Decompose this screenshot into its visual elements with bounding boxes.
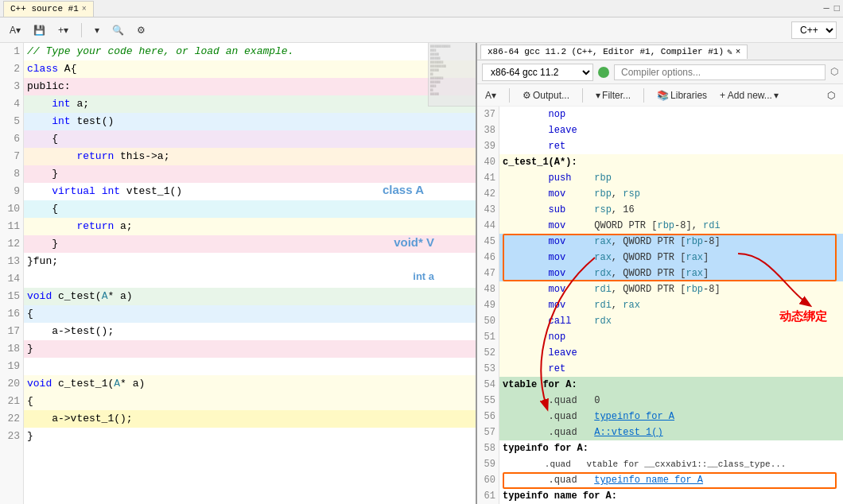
asm-line-57: .quad A::vtest_1() — [499, 425, 843, 440]
compiler-select[interactable]: x86-64 gcc 11.2 — [482, 64, 593, 81]
compiler-status-dot — [598, 67, 609, 78]
asm-code-area: 37 38 39 40 41 42 43 44 45 46 47 48 49 5… — [477, 107, 843, 504]
main-layout: 1 2 3 4 5 6 7 8 9 10 11 12 13 14 15 16 1… — [0, 43, 843, 504]
code-line-13: }fun; — [24, 253, 476, 270]
code-line-5: int test() — [24, 113, 476, 130]
asm-line-49: mov rdi, rax — [499, 297, 843, 313]
code-line-23: } — [24, 428, 476, 445]
asm-code-content[interactable]: nop leave ret c_test_1(A*): — [499, 107, 843, 504]
asm-line-52: leave — [499, 345, 843, 361]
save-btn[interactable]: 💾 — [30, 23, 49, 37]
asm-line-45: mov rax, QWORD PTR [rbp-8] — [499, 234, 843, 250]
asm-output-toolbar: A▾ ⚙ Output... ▾ Filter... 📚 Libraries +… — [477, 84, 843, 107]
asm-line-37: nop — [499, 107, 843, 122]
expand-panel-btn[interactable]: ⬡ — [824, 88, 838, 103]
code-line-10: { — [24, 200, 476, 218]
asm-line-38: leave — [499, 122, 843, 138]
add-new-arrow: ▾ — [774, 90, 779, 101]
asm-line-60: .quad typeinfo name for A — [499, 472, 843, 488]
asm-line-48: mov rdi, QWORD PTR [rbp-8] — [499, 281, 843, 297]
asm-cursor-btn[interactable]: A▾ — [482, 88, 499, 103]
filter-label: Filter... — [602, 90, 631, 101]
asm-line-54: vtable for A: — [499, 377, 843, 393]
add-new-btn[interactable]: + Add new... ▾ — [717, 88, 782, 103]
code-line-2: class A{ — [24, 60, 476, 78]
code-line-21: { — [24, 393, 476, 410]
compiler-options-input[interactable] — [614, 64, 826, 80]
minimap: ▓▓▓▓▓▓▓▓▓▓▓▓▓▓▓▓▓▓▓▓▓▓▓▓▓▓▓▓▓▓▓▓▓▓▓▓▓▓▓▓… — [428, 43, 476, 107]
code-line-14 — [24, 270, 476, 288]
code-line-3: public: — [24, 78, 476, 95]
code-line-18: } — [24, 340, 476, 358]
asm-line-56: .quad typeinfo for A — [499, 409, 843, 425]
code-line-19 — [24, 358, 476, 375]
asm-line-53: ret — [499, 361, 843, 377]
asm-tab-title: x86-64 gcc 11.2 (C++, Editor #1, Compile… — [488, 47, 724, 56]
more-btn[interactable]: ▾ — [91, 23, 103, 37]
editor-tab[interactable]: C++ source #1 × — [3, 1, 94, 17]
asm-line-numbers: 37 38 39 40 41 42 43 44 45 46 47 48 49 5… — [477, 107, 499, 504]
output-label: Output... — [533, 90, 569, 101]
asm-line-51: nop — [499, 329, 843, 345]
code-line-6: { — [24, 130, 476, 148]
asm-line-40: c_test_1(A*): — [499, 154, 843, 170]
code-line-15: void c_test(A* a) — [24, 288, 476, 305]
filter-icon: ▾ — [596, 90, 600, 101]
window-controls: ─ □ — [824, 3, 840, 14]
asm-line-44: mov QWORD PTR [rbp-8], rdi — [499, 218, 843, 234]
add-btn[interactable]: +▾ — [55, 23, 72, 37]
search-btn[interactable]: 🔍 — [109, 23, 127, 37]
asm-tab[interactable]: x86-64 gcc 11.2 (C++, Editor #1, Compile… — [480, 45, 748, 59]
toolbar-sep1 — [81, 23, 82, 37]
asm-tab-close[interactable]: × — [736, 47, 741, 56]
tab-close-btn[interactable]: × — [82, 5, 87, 14]
code-line-16: { — [24, 305, 476, 323]
sep2 — [509, 88, 510, 103]
asm-line-43: sub rsp, 16 — [499, 202, 843, 218]
main-toolbar: A▾ 💾 +▾ ▾ 🔍 ⚙ C++ — [0, 17, 843, 43]
editor-panel: 1 2 3 4 5 6 7 8 9 10 11 12 13 14 15 16 1… — [0, 43, 477, 504]
tab-title: C++ source #1 — [10, 4, 79, 14]
asm-line-61: typeinfo name for A: — [499, 488, 843, 504]
maximize-icon[interactable]: □ — [834, 3, 840, 14]
tab-bar: C++ source #1 × ─ □ — [0, 0, 843, 17]
line-numbers: 1 2 3 4 5 6 7 8 9 10 11 12 13 14 15 16 1… — [0, 43, 24, 504]
add-new-label: + Add new... — [720, 90, 772, 101]
book-icon: 📚 — [657, 90, 669, 101]
sep4 — [643, 88, 644, 103]
asm-line-47: mov rdx, QWORD PTR [rax] — [499, 266, 843, 281]
asm-edit-icon[interactable]: ✎ — [727, 47, 732, 57]
code-line-8: } — [24, 165, 476, 183]
language-select[interactable]: C++ — [791, 21, 837, 39]
libraries-btn[interactable]: 📚 Libraries — [654, 88, 710, 103]
asm-tab-bar: x86-64 gcc 11.2 (C++, Editor #1, Compile… — [477, 43, 843, 60]
asm-line-58: typeinfo for A: — [499, 440, 843, 456]
code-line-1: // Type your code here, or load an examp… — [24, 43, 476, 60]
compiler-toolbar: x86-64 gcc 11.2 ⬡ — [477, 60, 843, 84]
gear-icon: ⚙ — [523, 90, 531, 101]
output-btn[interactable]: ⚙ Output... — [519, 88, 573, 103]
expand-icon[interactable]: ⬡ — [830, 66, 838, 78]
sep3 — [582, 88, 583, 103]
settings-btn[interactable]: ⚙ — [134, 23, 149, 37]
code-line-4: int a; — [24, 95, 476, 113]
asm-line-46: mov rax, QWORD PTR [rax] — [499, 250, 843, 266]
libraries-label: Libraries — [670, 90, 707, 101]
asm-line-39: ret — [499, 138, 843, 154]
asm-line-59: .quad vtable for __cxxabiv1::__class_typ… — [499, 456, 843, 472]
asm-line-50: call rdx — [499, 313, 843, 329]
assembly-panel: x86-64 gcc 11.2 (C++, Editor #1, Compile… — [477, 43, 843, 504]
minimize-icon[interactable]: ─ — [824, 3, 829, 14]
code-line-22: a->vtest_1(); — [24, 410, 476, 428]
code-line-12: } — [24, 235, 476, 253]
cursor-btn[interactable]: A▾ — [6, 23, 24, 37]
asm-line-41: push rbp — [499, 170, 843, 186]
code-line-9: virtual int vtest_1() — [24, 183, 476, 200]
code-area: 1 2 3 4 5 6 7 8 9 10 11 12 13 14 15 16 1… — [0, 43, 476, 504]
code-line-17: a->test(); — [24, 323, 476, 340]
asm-line-55: .quad 0 — [499, 393, 843, 409]
code-line-20: void c_test_1(A* a) — [24, 375, 476, 393]
filter-btn[interactable]: ▾ Filter... — [592, 88, 634, 103]
code-content[interactable]: // Type your code here, or load an examp… — [24, 43, 476, 504]
asm-line-42: mov rbp, rsp — [499, 186, 843, 202]
